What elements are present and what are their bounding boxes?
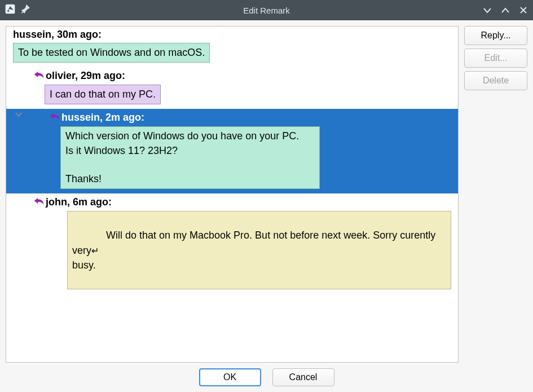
remark-author-time: olivier, 29m ago: <box>46 70 125 82</box>
app-icon <box>5 3 16 17</box>
cancel-button[interactable]: Cancel <box>272 368 334 386</box>
remark-header: olivier, 29m ago: <box>29 69 456 82</box>
reply-arrow-icon <box>33 196 45 209</box>
remark-reply-3[interactable]: john, 6m ago: Will do that on my Macbook… <box>6 193 458 294</box>
remark-header: hussein, 30m ago: <box>8 29 456 41</box>
remark-body-line: busy. <box>72 259 96 271</box>
remark-body: Will do that on my Macbook Pro. But not … <box>67 211 451 289</box>
remark-author-time: hussein, 2m ago: <box>61 112 144 124</box>
pin-icon[interactable] <box>20 4 30 16</box>
window-title: Edit Remark <box>243 6 290 15</box>
remark-author-time: john, 6m ago: <box>46 196 112 208</box>
remarks-thread-panel[interactable]: hussein, 30m ago: To be tested on Window… <box>6 26 459 363</box>
remark-body: I can do that on my PC. <box>45 85 161 104</box>
remark-reply-1[interactable]: olivier, 29m ago: I can do that on my PC… <box>6 67 458 109</box>
remark-body-line: Will do that on my Macbook Pro. But not … <box>72 230 438 256</box>
maximize-button[interactable] <box>500 5 510 15</box>
side-button-panel: Reply... Edit... Delete <box>464 26 527 363</box>
remark-body: To be tested on Windows and on macOS. <box>13 43 210 63</box>
edit-button[interactable]: Edit... <box>464 49 527 68</box>
remark-header: hussein, 2m ago: <box>45 111 456 124</box>
close-button[interactable] <box>518 5 528 15</box>
collapse-toggle[interactable] <box>14 110 23 121</box>
return-symbol-icon: ↵ <box>91 246 99 256</box>
ok-button[interactable]: OK <box>199 368 261 386</box>
dialog-button-row: OK Cancel <box>6 363 527 386</box>
remark-author-time: hussein, 30m ago: <box>13 29 102 41</box>
remark-root[interactable]: hussein, 30m ago: To be tested on Window… <box>6 27 458 67</box>
remark-reply-2-selected[interactable]: hussein, 2m ago: Which version of Window… <box>6 109 458 193</box>
reply-button[interactable]: Reply... <box>464 26 527 45</box>
reply-arrow-icon <box>49 111 60 124</box>
svg-point-1 <box>7 10 9 12</box>
titlebar: Edit Remark <box>0 0 533 20</box>
delete-button[interactable]: Delete <box>464 71 527 90</box>
minimize-button[interactable] <box>482 5 492 15</box>
remark-header: john, 6m ago: <box>29 196 456 209</box>
reply-arrow-icon <box>33 69 45 82</box>
remark-body: Which version of Windows do you have on … <box>60 126 320 189</box>
